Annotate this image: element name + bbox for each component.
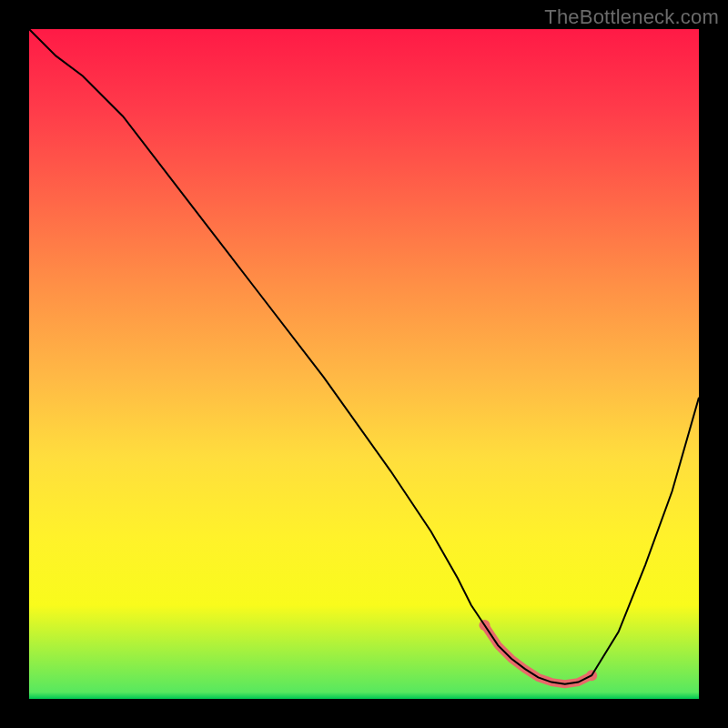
attribution-label: TheBottleneck.com: [544, 5, 719, 29]
curve-path: [29, 29, 699, 684]
chart-container: TheBottleneck.com: [0, 0, 728, 728]
plot-area: [29, 29, 699, 699]
marker-stroke: [485, 625, 592, 684]
chart-svg: [29, 29, 699, 699]
markers-group: [480, 620, 598, 684]
